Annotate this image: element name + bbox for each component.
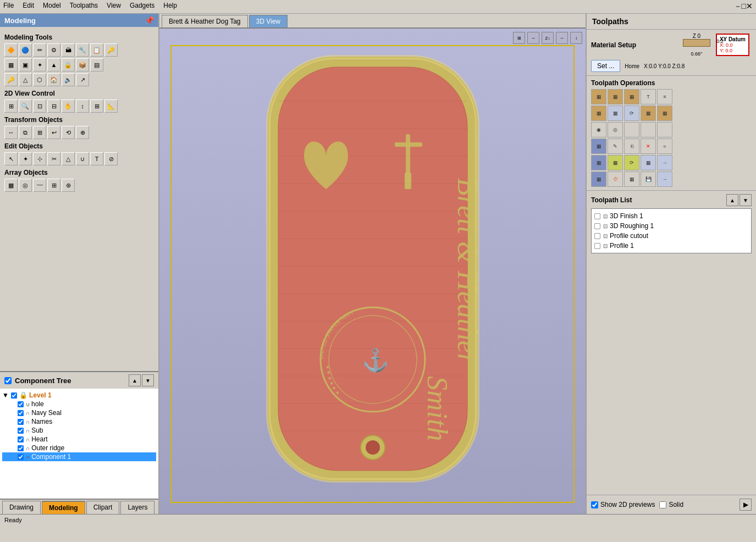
tree-item-sub[interactable]: ∩ Sub [2, 426, 156, 435]
zoom-extents-btn[interactable]: ⊞ [4, 99, 18, 113]
array-circ-btn[interactable]: ◎ [19, 179, 32, 192]
tool-btn-16[interactable]: 🔑 [4, 73, 18, 86]
pan-btn[interactable]: ✋ [62, 99, 75, 113]
tp-op-22[interactable]: ▦ [608, 155, 623, 170]
grid-btn[interactable]: ⊞ [90, 99, 103, 113]
tool-btn-7[interactable]: 📋 [90, 43, 103, 57]
zoom-box-btn[interactable]: ⊡ [33, 99, 46, 113]
tp-op-9[interactable]: ▦ [641, 106, 656, 121]
tool-btn-19[interactable]: 🏠 [47, 73, 60, 86]
tab-drawing[interactable]: Drawing [2, 501, 41, 514]
node-btn[interactable]: ✦ [19, 152, 32, 165]
tp-op-18[interactable]: ⎗ [624, 139, 639, 154]
tool-btn-8[interactable]: 🔑 [104, 43, 118, 57]
tp-op-7[interactable]: ▦ [608, 106, 623, 121]
menu-view[interactable]: View [107, 2, 121, 12]
scroll-btn[interactable]: ↕ [76, 99, 89, 113]
tab-clipart[interactable]: Clipart [86, 501, 120, 514]
tp-item-3droughing[interactable]: ⊡ 3D Roughing 1 [594, 221, 749, 231]
vp-icon-4[interactable]: ↔ [556, 32, 568, 44]
menu-gadgets[interactable]: Gadgets [130, 2, 154, 12]
menu-toolpaths[interactable]: Toolpaths [70, 2, 98, 12]
tab-modeling[interactable]: Modeling [42, 501, 85, 514]
menu-file[interactable]: File [3, 2, 14, 12]
hole-checkbox[interactable] [18, 401, 24, 407]
tp-3dfinish-checkbox[interactable] [594, 213, 600, 219]
tp-op-16[interactable]: ▦ [591, 139, 606, 154]
center-h-btn[interactable]: ⊞ [33, 126, 46, 139]
tp-op-12[interactable]: ◎ [608, 122, 623, 137]
tool-btn-17[interactable]: △ [19, 73, 32, 86]
smooth-btn[interactable]: ⊹ [33, 152, 46, 165]
tool-btn-14[interactable]: 📦 [76, 58, 89, 71]
text-btn[interactable]: T [90, 152, 103, 165]
tp-op-26[interactable]: ▦ [591, 172, 606, 187]
tp-op-27[interactable]: ⏱ [608, 172, 623, 187]
vp-icon-3[interactable]: Z↓ [542, 32, 554, 44]
show2d-checkbox[interactable] [591, 501, 598, 508]
center-v-btn[interactable]: ↩ [47, 126, 60, 139]
menu-model[interactable]: Model [43, 2, 61, 12]
tool-btn-12[interactable]: ▲ [47, 58, 60, 71]
move-btn[interactable]: ↔ [4, 126, 18, 139]
tree-item-outerridge[interactable]: ∩ Outer ridge [2, 444, 156, 452]
ext-btn[interactable]: △ [62, 152, 75, 165]
weld-btn[interactable]: ⊘ [104, 152, 118, 165]
array-lin-btn[interactable]: ▦ [4, 179, 18, 192]
tp-op-21[interactable]: ▦ [591, 155, 606, 170]
tool-btn-6[interactable]: 🔧 [76, 43, 89, 57]
select-btn[interactable]: ↖ [4, 152, 18, 165]
vp-icon-1[interactable]: ⊞ [513, 32, 525, 44]
union-btn[interactable]: ∪ [76, 152, 89, 165]
tool-btn-5[interactable]: 🏔 [62, 43, 75, 57]
tp-op-15[interactable] [657, 122, 672, 137]
show2d-label[interactable]: Show 2D previews [591, 501, 655, 508]
tree-item-hole[interactable]: ∪ hole [2, 400, 156, 408]
tp-op-14[interactable] [641, 122, 656, 137]
level1-checkbox[interactable] [11, 392, 17, 398]
names-checkbox[interactable] [18, 418, 24, 424]
tp-op-2[interactable]: ▦ [608, 89, 623, 104]
set-button[interactable]: Set ... [591, 60, 620, 72]
panel-pin[interactable]: 📌 [145, 16, 154, 25]
window-controls[interactable]: －□✕ [734, 2, 753, 12]
tp-item-profilecutout[interactable]: ⊡ Profile cutout [594, 231, 749, 241]
array-sym-btn[interactable]: ⊛ [62, 179, 75, 192]
tp-op-23[interactable]: ⟳ [624, 155, 639, 170]
tool-btn-15[interactable]: ▤ [90, 58, 103, 71]
tp-op-6[interactable]: ▦ [591, 106, 606, 121]
design-tab[interactable]: Brett & Heather Dog Tag [162, 15, 248, 27]
tree-item-heart[interactable]: ∩ Heart [2, 435, 156, 444]
solid-label[interactable]: Solid [659, 501, 683, 508]
tp-item-3dfinish[interactable]: ⊡ 3D Finish 1 [594, 211, 749, 221]
component1-checkbox[interactable] [18, 453, 24, 460]
copy-btn[interactable]: ⧉ [19, 126, 32, 139]
tree-up-btn[interactable]: ▲ [129, 374, 141, 386]
tree-item-navyseal[interactable]: ∩ Navy Seal [2, 408, 156, 417]
menu-help[interactable]: Help [163, 2, 177, 12]
trim-btn[interactable]: ✂ [47, 152, 60, 165]
array-path-btn[interactable]: 〰 [33, 179, 46, 192]
vp-icon-2[interactable]: ↔ [527, 32, 539, 44]
tp-op-13[interactable] [624, 122, 639, 137]
tool-btn-20[interactable]: 🔈 [62, 73, 75, 86]
tp-op-8[interactable]: ⟳ [624, 106, 639, 121]
tp-profile1-checkbox[interactable] [594, 242, 600, 248]
tool-btn-11[interactable]: ✦ [33, 58, 46, 71]
tool-btn-13[interactable]: 🔒 [62, 58, 75, 71]
tool-btn-10[interactable]: ▣ [19, 58, 32, 71]
tp-op-10[interactable]: ▦ [657, 106, 672, 121]
tp-op-5[interactable]: ≡ [657, 89, 672, 104]
tp-profilecutout-checkbox[interactable] [594, 233, 600, 239]
tp-up-btn[interactable]: ▲ [726, 194, 738, 206]
vp-icon-5[interactable]: ↕ [570, 32, 582, 44]
tab-layers[interactable]: Layers [120, 501, 154, 514]
outerridge-checkbox[interactable] [18, 445, 24, 451]
tool-btn-1[interactable]: 🔶 [4, 43, 18, 57]
tool-btn-18[interactable]: ⬡ [33, 73, 46, 86]
tp-item-profile1[interactable]: ⊡ Profile 1 [594, 241, 749, 251]
snap-btn[interactable]: 📐 [104, 99, 118, 113]
tp-footer-btn[interactable]: ▶ [740, 499, 752, 511]
tp-op-11[interactable]: ◉ [591, 122, 606, 137]
tool-btn-2[interactable]: 🔵 [19, 43, 32, 57]
